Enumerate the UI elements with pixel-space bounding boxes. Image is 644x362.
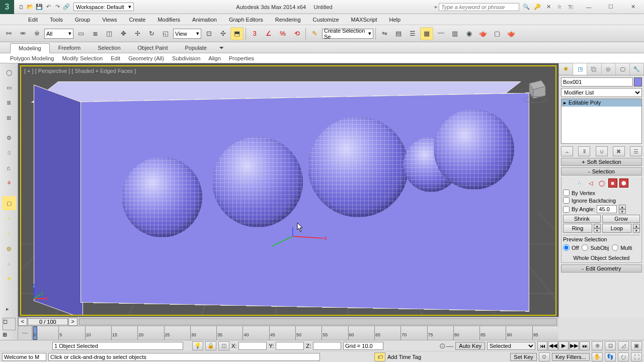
grid-icon[interactable]: ⊞ — [2, 111, 16, 125]
by-angle-field[interactable] — [597, 205, 617, 213]
unlink-icon[interactable]: ⚮ — [16, 27, 29, 40]
ref-coord-combo[interactable]: View▾ — [173, 29, 201, 39]
setkey-button[interactable]: Set Key — [510, 353, 537, 361]
goto-start-icon[interactable]: ⏮ — [537, 341, 547, 350]
keymode-icon[interactable]: ⊙— — [439, 341, 453, 350]
bind-spacewarp-icon[interactable]: ※ — [30, 27, 43, 40]
menu-create[interactable]: Create — [123, 15, 151, 24]
modify-tab-icon[interactable]: ◳ — [573, 63, 587, 75]
nav-fov-icon[interactable]: ◿ — [618, 341, 629, 350]
create-tab-icon[interactable]: ✺ — [559, 63, 573, 75]
hierarchy-tab-icon[interactable]: ⿻ — [587, 63, 601, 75]
show-end-icon[interactable]: Ⅱ — [578, 146, 590, 156]
binoculars-icon[interactable]: 🔍 — [522, 3, 530, 11]
edit-named-sel-icon[interactable]: ✎ — [308, 27, 321, 40]
abs-rel-icon[interactable]: ◫ — [218, 341, 229, 350]
named-selection-combo[interactable]: Create Selection Se▾ — [322, 29, 373, 39]
ribbon-panel[interactable]: Edit — [107, 54, 124, 62]
nav-zoomall-icon[interactable]: ⊡ — [605, 341, 616, 350]
cone-prim-icon[interactable]: ▲ — [2, 256, 16, 270]
favorite-icon[interactable]: ☆ — [555, 3, 564, 11]
script-listener[interactable]: Welcome to M — [2, 353, 46, 361]
nav-pan-icon[interactable]: ✋ — [592, 352, 603, 361]
nav-maximize-icon[interactable]: ⛶ — [631, 352, 642, 361]
ignore-backfacing-check[interactable] — [563, 197, 570, 204]
preview-multi-radio[interactable] — [612, 244, 618, 251]
undo-icon[interactable]: ↶ — [44, 3, 52, 11]
ribbon-expand-icon[interactable]: ⏷ — [215, 43, 228, 53]
box-prim-icon[interactable]: ▢ — [2, 196, 16, 210]
nav-zoom-region-icon[interactable]: ▣ — [631, 341, 642, 350]
motion-tab-icon[interactable]: ◎ — [602, 63, 616, 75]
add-time-tag[interactable]: Add Time Tag — [387, 354, 421, 360]
time-slider[interactable]: < 0 / 100 > — [18, 317, 558, 326]
sphere-object[interactable] — [122, 157, 202, 237]
ribbon-tab-objectpaint[interactable]: Object Paint — [129, 43, 177, 53]
nav-zoom-icon[interactable]: ⊕ — [592, 341, 603, 350]
goto-end-icon[interactable]: ⏭ — [580, 341, 590, 350]
rollout-edit-geometry[interactable]: -Edit Geometry — [561, 264, 642, 273]
ribbon-tab-selection[interactable]: Selection — [89, 43, 129, 53]
workspace-combo[interactable]: Workspace: Default ▾ — [73, 3, 134, 11]
ribbon-panel[interactable]: Geometry (All) — [124, 54, 168, 62]
setkey-key-icon[interactable]: ⊙ — [539, 352, 550, 361]
use-center-icon[interactable]: ⊡ — [202, 27, 215, 40]
menu-grapheditors[interactable]: Graph Editors — [223, 15, 269, 24]
spinner-up-icon[interactable]: ▴ — [619, 205, 626, 209]
unique-icon[interactable]: ∪ — [596, 146, 608, 156]
save-icon[interactable]: 💾 — [35, 3, 43, 11]
modifier-list-combo[interactable]: Modifier List — [561, 88, 642, 97]
ribbon-tab-populate[interactable]: Populate — [176, 43, 215, 53]
ribbon-tab-modeling[interactable]: Modeling — [10, 43, 50, 53]
preview-subobj-radio[interactable] — [582, 244, 588, 251]
z-field[interactable] — [313, 342, 341, 350]
prev-frame-icon[interactable]: ◀◀ — [548, 341, 558, 350]
help-icon[interactable]: ?⃝ — [567, 3, 575, 11]
snap-toggle-icon[interactable]: 3 — [248, 27, 261, 40]
spinner-down-icon[interactable]: ▾ — [619, 209, 626, 214]
angle-snap-icon[interactable]: ∠ — [262, 27, 275, 40]
time-prev-icon[interactable]: < — [18, 318, 27, 326]
key-icon[interactable]: 🔑 — [533, 3, 541, 11]
bone-icon[interactable]: ⎌ — [2, 161, 16, 175]
sphere-object[interactable] — [434, 109, 514, 190]
mini-curve-icon[interactable]: 〰 — [18, 326, 32, 340]
time-trough[interactable] — [79, 318, 557, 325]
select-link-icon[interactable]: ⚯ — [2, 27, 15, 40]
configure-icon[interactable]: ☰ — [630, 146, 642, 156]
nav-walk-icon[interactable]: 👣 — [605, 352, 616, 361]
layers-icon[interactable]: ☰ — [406, 27, 419, 40]
graphite-toggle-icon[interactable]: ▦ — [420, 27, 433, 40]
select-scale-icon[interactable]: ◱ — [159, 27, 172, 40]
viewport-label[interactable]: [ + ] [ Perspective ] [ Shaded + Edged F… — [24, 68, 136, 74]
box-icon[interactable]: ▭ — [2, 80, 16, 95]
object-name-field[interactable] — [561, 77, 633, 86]
expand-icon[interactable]: ▸ — [564, 100, 567, 106]
nav-orbit-icon[interactable]: ⭮ — [618, 352, 629, 361]
sphere-object[interactable] — [308, 117, 409, 217]
select-by-name-icon[interactable]: ≣ — [89, 27, 102, 40]
keyboard-shortcut-icon[interactable]: ⬒ — [230, 27, 244, 40]
perspective-viewport[interactable]: [ + ] [ Perspective ] [ Shaded + Edged F… — [20, 65, 556, 316]
display-tab-icon[interactable]: 🖵 — [616, 63, 630, 75]
element-level-icon[interactable]: ⬢ — [619, 178, 628, 188]
grow-button[interactable]: Grow — [602, 215, 640, 223]
grid-toggle-icon[interactable]: ⊞ — [3, 331, 16, 340]
link-icon[interactable]: 🔗 — [62, 3, 70, 11]
remove-mod-icon[interactable]: ✖ — [613, 146, 625, 156]
exchange-icon[interactable]: ✕ — [544, 3, 552, 11]
time-tag-icon[interactable]: 🏷 — [374, 352, 385, 361]
rollout-selection[interactable]: -Selection — [561, 167, 642, 175]
vertex-level-icon[interactable]: ∴ — [575, 178, 584, 188]
sphere-object[interactable] — [212, 137, 303, 227]
torus-prim-icon[interactable]: ◍ — [2, 241, 16, 255]
shrink-button[interactable]: Shrink — [563, 215, 601, 223]
spinner-snap-icon[interactable]: ⟲ — [290, 27, 303, 40]
menu-modifiers[interactable]: Modifiers — [151, 15, 186, 24]
next-frame-icon[interactable]: ▶▶ — [569, 341, 579, 350]
select-move-icon[interactable]: ✢ — [131, 27, 144, 40]
menu-group[interactable]: Group — [69, 15, 97, 24]
biped-icon[interactable]: ☃ — [2, 146, 16, 160]
polygon-level-icon[interactable]: ■ — [608, 178, 617, 188]
light-icon[interactable]: ☀ — [2, 272, 16, 286]
